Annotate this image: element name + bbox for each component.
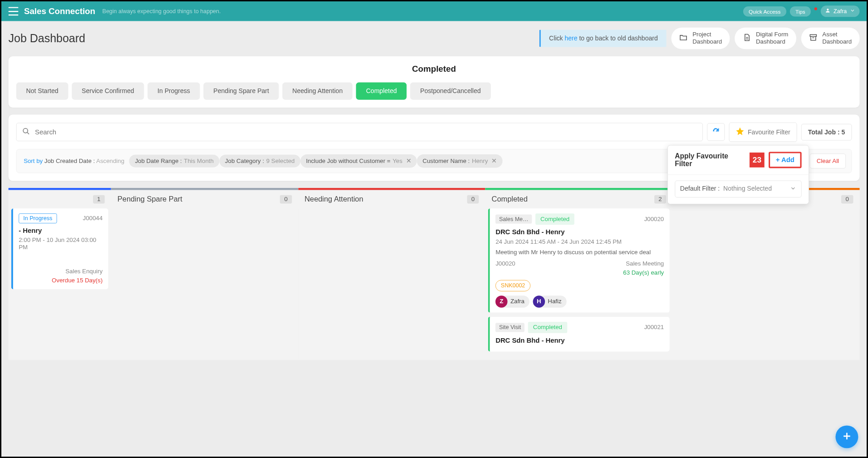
status-badge: In Progress [19,213,57,223]
customer-name: DRC Sdn Bhd - Henry [495,336,664,344]
sort-indicator[interactable]: Sort by Job Created Date : Ascending [22,155,126,167]
status-badge: Completed [528,322,567,333]
job-id: J00020 [644,216,664,223]
job-description: Meeting with Mr Henry to discuss on pote… [495,248,664,256]
category-badge: Site Visit [495,323,525,332]
job-id: J00021 [644,324,664,331]
project-dashboard-button[interactable]: ProjectDashboard [671,28,730,49]
remove-chip-icon[interactable]: ✕ [406,157,412,165]
refresh-icon [712,128,720,137]
default-filter-select[interactable]: Default Filter : Nothing Selected [675,181,801,197]
job-time: 24 Jun 2024 11:45 AM - 24 Jun 2024 12:45… [495,238,664,246]
early-label: 63 Day(s) early [495,269,664,276]
job-time: 2:00 PM - 10 Jun 2024 03:00 PM [19,237,103,251]
asset-dashboard-button[interactable]: AssetDashboard [801,28,859,49]
total-job-count: Total Job : 5 [801,124,852,141]
job-card[interactable]: In ProgressJ00044- Henry2:00 PM - 10 Jun… [11,208,108,289]
avatar: Z [495,295,508,308]
panel-title: Completed [16,64,852,74]
brand-title: Sales Connection [24,6,95,16]
status-tabs-panel: Completed Not StartedService ConfirmedIn… [9,56,860,108]
search-filter-panel: Favourite Filter Total Job : 5 Sort by J… [9,114,860,181]
column-count: 2 [654,195,666,203]
kanban-column: Completed2Sales Me…CompletedJ00020DRC Sd… [485,188,672,360]
add-favourite-button[interactable]: + Add [769,152,801,168]
customer-name: - Henry [19,227,103,235]
column-count: 0 [841,195,853,203]
kanban-column: Postponed/Cancelled0 [672,188,859,360]
notifications-button[interactable] [814,7,817,15]
status-tab[interactable]: Pending Spare Part [204,82,279,99]
user-menu-button[interactable]: Zafra [821,5,859,17]
user-icon [825,8,830,15]
column-title: Completed [492,195,654,203]
assignee-chip[interactable]: ZZafra [495,295,530,308]
old-dashboard-link[interactable]: here [564,34,577,42]
user-name: Zafra [834,8,847,15]
tagline-text: Begin always expecting good things to ha… [103,8,743,15]
info-banner: Click here to go back to old dashboard [539,30,666,47]
assignee-name: Zafra [510,298,525,305]
filter-chip[interactable]: Job Category : 9 Selected [219,155,300,167]
filter-chip[interactable]: Job Date Range : This Month [129,155,219,167]
overdue-label: Overdue 15 Day(s) [19,277,103,284]
folder-icon [679,34,688,44]
favourite-filter-popover: Apply Favourite Filter 23 + Add Default … [667,145,809,204]
page-title: Job Dashboard [9,32,535,45]
status-badge: Completed [535,213,574,225]
clear-all-button[interactable]: Clear All [810,153,846,168]
assignee-name: Hafiz [548,298,561,305]
column-count: 0 [280,195,292,203]
job-id: J00044 [83,215,103,222]
category-badge: Sales Me… [495,214,532,223]
step-callout-badge: 23 [750,153,765,167]
job-card[interactable]: Sales Me…CompletedJ00020DRC Sdn Bhd - He… [488,208,670,312]
status-tab[interactable]: Completed [356,82,407,99]
star-icon [736,127,745,138]
status-tab[interactable]: Needing Attention [283,82,353,99]
kanban-column: 1In ProgressJ00044- Henry2:00 PM - 10 Ju… [9,188,111,360]
status-tab[interactable]: Postponed/Cancelled [410,82,490,99]
status-tab[interactable]: Not Started [16,82,69,99]
job-card[interactable]: Site VisitCompletedJ00021DRC Sdn Bhd - H… [488,317,670,351]
avatar: H [533,295,545,308]
document-icon [742,34,751,44]
asset-tag[interactable]: SNK0002 [495,280,530,291]
search-input[interactable] [35,128,697,136]
job-id-footer: J00020 [495,260,515,267]
app-header: Sales Connection Begin always expecting … [1,1,867,21]
column-title: Pending Spare Part [118,195,280,203]
popover-title: Apply Favourite Filter [675,152,745,168]
plus-icon [842,431,852,443]
kanban-column: Pending Spare Part0 [111,188,298,360]
digital-form-dashboard-button[interactable]: Digital FormDashboard [735,28,796,49]
add-fab-button[interactable] [835,425,858,448]
refresh-button[interactable] [707,123,725,141]
assignee-chip[interactable]: HHafiz [533,295,567,308]
filter-chip[interactable]: Include Job without Customer = Yes ✕ [300,154,417,168]
tips-button[interactable]: Tips [790,6,811,17]
remove-chip-icon[interactable]: ✕ [491,157,497,165]
svg-point-0 [23,128,28,133]
job-category-label: Sales Enquiry [65,268,103,275]
notification-dot [814,7,817,10]
search-box[interactable] [16,123,703,142]
column-count: 0 [467,195,479,203]
favourite-filter-button[interactable]: Favourite Filter [729,123,797,142]
status-tab[interactable]: Service Confirmed [72,82,144,99]
archive-icon [809,34,818,44]
filter-chips-row: Sort by Job Created Date : Ascending Job… [16,149,852,173]
chevron-down-icon [790,185,796,193]
search-icon [22,128,35,137]
kanban-column: Needing Attention0 [298,188,485,360]
column-title: Needing Attention [304,195,467,203]
filter-chip[interactable]: Customer Name : Henry ✕ [417,154,502,168]
column-count: 1 [93,195,105,203]
quick-access-button[interactable]: Quick Access [743,6,786,17]
hamburger-icon[interactable] [9,7,19,15]
job-category-label: Sales Meeting [626,260,664,267]
chevron-down-icon [849,8,855,15]
customer-name: DRC Sdn Bhd - Henry [495,228,664,236]
divider [668,174,809,175]
status-tab[interactable]: In Progress [147,82,200,99]
